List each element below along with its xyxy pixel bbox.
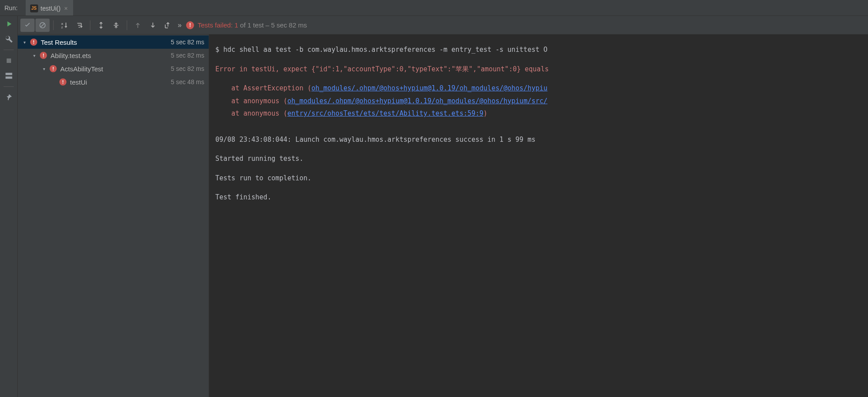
gutter (0, 16, 18, 397)
tree-node[interactable]: ▾!ActsAbilityTest5 sec 82 ms (18, 62, 209, 75)
js-icon: JS (30, 4, 38, 12)
rerun-icon[interactable] (4, 19, 13, 28)
error-icon: ! (40, 52, 47, 59)
console-output[interactable]: $ hdc shell aa test -b com.waylau.hmos.a… (209, 35, 868, 397)
more-icon[interactable]: » (176, 21, 183, 29)
close-icon[interactable]: × (63, 5, 69, 12)
chevron-down-icon[interactable]: ▾ (31, 53, 37, 58)
main: az » ! (0, 16, 868, 397)
right-pane: az » ! (18, 16, 868, 397)
show-passed-icon[interactable] (20, 19, 35, 32)
tree-node-label: testUi (70, 78, 167, 86)
status-bar: ! Tests failed: 1 of 1 test – 5 sec 82 m… (186, 21, 307, 29)
prev-fail-icon[interactable] (131, 19, 145, 32)
toolbar-sep-2 (90, 20, 90, 30)
toolbar-sep-1 (53, 20, 54, 30)
collapse-all-icon[interactable] (109, 19, 123, 32)
status-failed-label: Tests failed: (198, 21, 233, 29)
status-of-text: of 1 test – 5 sec 82 ms (240, 21, 307, 29)
chevron-down-icon[interactable]: ▾ (21, 40, 27, 45)
test-tree[interactable]: ▾!Test Results5 sec 82 ms▾!Ability.test.… (18, 35, 209, 397)
stack-link[interactable]: oh_modules/.ohpm/@ohos+hypium@1.0.19/oh_… (288, 97, 548, 105)
svg-rect-1 (5, 73, 12, 75)
tab-testui[interactable]: JS testUi() × (26, 0, 73, 16)
tree-node-label: ActsAbilityTest (60, 65, 167, 73)
toolbar: az » ! (18, 16, 868, 35)
export-icon[interactable] (161, 19, 175, 32)
tree-node[interactable]: ▾!Test Results5 sec 82 ms (18, 35, 209, 49)
pin-icon[interactable] (4, 93, 13, 102)
svg-text:z: z (61, 25, 63, 29)
tree-node-time: 5 sec 82 ms (171, 39, 204, 46)
tree-node-time: 5 sec 82 ms (171, 65, 204, 72)
content-split: ▾!Test Results5 sec 82 ms▾!Ability.test.… (18, 35, 868, 397)
tree-node-label: Test Results (41, 39, 167, 46)
tab-row: Run: JS testUi() × (0, 0, 868, 16)
toolbar-sep-3 (127, 20, 127, 30)
show-ignored-icon[interactable] (35, 19, 50, 32)
wrench-icon[interactable] (4, 35, 13, 43)
gutter-sep2 (4, 86, 14, 87)
sort-alpha-icon[interactable]: az (57, 19, 71, 32)
svg-rect-2 (5, 77, 12, 79)
error-icon: ! (50, 65, 57, 72)
tab-title: testUi() (41, 5, 61, 12)
svg-line-4 (41, 23, 44, 27)
sort-duration-icon[interactable] (72, 19, 86, 32)
tree-node[interactable]: !testUi5 sec 48 ms (18, 75, 209, 89)
layout-icon[interactable] (4, 71, 13, 80)
tree-node-label: Ability.test.ets (51, 52, 167, 59)
run-label: Run: (3, 4, 22, 12)
error-icon: ! (30, 39, 37, 46)
stack-link[interactable]: entry/src/ohosTest/ets/test/Ability.test… (288, 109, 484, 117)
gutter-sep (4, 50, 14, 50)
expand-all-icon[interactable] (94, 19, 108, 32)
tree-node-time: 5 sec 48 ms (171, 78, 204, 86)
stack-link[interactable]: oh_modules/.ohpm/@ohos+hypium@1.0.19/oh_… (311, 84, 548, 92)
stop-icon[interactable] (4, 56, 13, 65)
status-failed-count: 1 (234, 21, 238, 29)
tree-node-time: 5 sec 82 ms (171, 52, 204, 59)
next-fail-icon[interactable] (146, 19, 160, 32)
chevron-down-icon[interactable]: ▾ (41, 66, 47, 71)
svg-rect-0 (7, 58, 11, 63)
error-icon: ! (186, 21, 194, 29)
tree-node[interactable]: ▾!Ability.test.ets5 sec 82 ms (18, 49, 209, 62)
error-icon: ! (59, 78, 66, 86)
